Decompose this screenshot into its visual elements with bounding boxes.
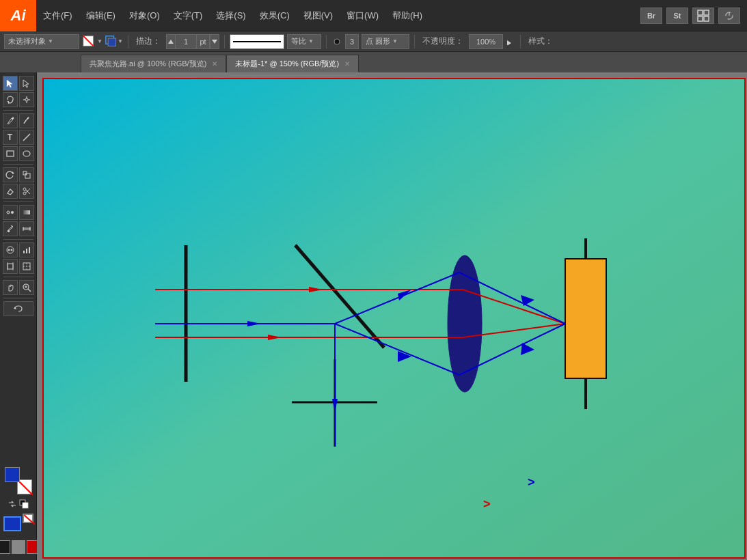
eraser-tool-button[interactable] <box>3 184 18 199</box>
svg-line-65 <box>295 245 384 348</box>
stroke-color-swatch[interactable]: ▼ <box>82 34 103 49</box>
graph-tool-button[interactable] <box>19 242 34 257</box>
select-tool-button[interactable] <box>3 76 18 91</box>
canvas-area[interactable]: > > <box>37 72 747 560</box>
fill-blue-box[interactable] <box>3 516 21 531</box>
gray-swatch[interactable] <box>12 540 25 554</box>
default-colors-icon[interactable] <box>19 499 29 509</box>
menu-object[interactable]: 对象(O) <box>122 0 167 31</box>
direct-select-tool-button[interactable] <box>19 76 34 91</box>
fill-swatch[interactable] <box>5 467 20 482</box>
zoom-tool-button[interactable] <box>19 280 34 295</box>
menu-type[interactable]: 文字(T) <box>167 0 210 31</box>
svg-marker-27 <box>12 171 14 174</box>
menu-help[interactable]: 帮助(H) <box>385 0 429 31</box>
rect-tool-button[interactable] <box>3 146 18 161</box>
dropdown-arrow-icon: ▼ <box>48 38 53 44</box>
artboard-tools-row <box>3 259 34 274</box>
type-tool-button[interactable]: T <box>3 130 18 145</box>
svg-rect-37 <box>23 210 30 214</box>
svg-line-16 <box>8 101 9 104</box>
pen-tool-button[interactable] <box>3 113 18 128</box>
workspace-grid-button[interactable] <box>692 8 714 24</box>
measure-tool-button[interactable] <box>19 221 34 236</box>
stroke-ratio-dropdown[interactable]: 等比 ▼ <box>287 34 321 49</box>
black-swatch[interactable] <box>0 540 10 554</box>
fill-color-swatch[interactable]: ▼ <box>105 34 123 49</box>
swap-colors-icon[interactable] <box>8 499 17 509</box>
scale-tool-button[interactable] <box>19 167 34 182</box>
symbol-tool-button[interactable] <box>3 242 18 257</box>
svg-point-36 <box>11 211 14 214</box>
stroke-none-box[interactable] <box>23 514 33 523</box>
menu-edit[interactable]: 编辑(E) <box>79 0 122 31</box>
shape-tools-row <box>3 146 34 161</box>
no-selection-dropdown[interactable]: 未选择对象 ▼ <box>4 34 79 49</box>
opacity-label: 不透明度： <box>420 36 466 47</box>
style-label: 样式： <box>526 36 556 47</box>
menu-window[interactable]: 窗口(W) <box>340 0 385 31</box>
tab-untitled[interactable]: 未标题-1* @ 150% (RGB/预览) ✕ <box>226 55 359 72</box>
hand-tool-button[interactable] <box>3 280 18 295</box>
sep3 <box>326 35 327 48</box>
bridge-button[interactable]: Br <box>640 8 662 24</box>
dot-size-value[interactable]: 3 <box>345 34 359 49</box>
svg-marker-80 <box>332 399 338 412</box>
svg-point-31 <box>23 188 26 191</box>
eyedropper-tool-button[interactable] <box>3 221 18 236</box>
svg-rect-39 <box>23 228 30 229</box>
tab-untitled-close-icon[interactable]: ✕ <box>344 60 350 68</box>
power-button[interactable] <box>718 8 740 24</box>
rotate-tool-button[interactable] <box>3 167 18 182</box>
tab-confocal-label: 共聚焦光路.ai @ 100% (RGB/预览) <box>90 59 206 69</box>
slice-tool-button[interactable] <box>19 259 34 274</box>
tab-confocal[interactable]: 共聚焦光路.ai @ 100% (RGB/预览) ✕ <box>81 55 226 72</box>
no-selection-label: 未选择对象 <box>8 36 46 46</box>
stroke-dropdown-icon[interactable] <box>210 34 219 49</box>
menu-file[interactable]: 文件(F) <box>36 0 79 31</box>
menu-view[interactable]: 视图(V) <box>297 0 340 31</box>
dot-shape-dropdown[interactable]: 点 圆形 ▼ <box>362 34 409 49</box>
blend-tool-button[interactable] <box>3 205 18 220</box>
brush-tool-button[interactable] <box>19 113 34 128</box>
tool-sep-3 <box>3 201 33 202</box>
artboard-tool-button[interactable] <box>3 259 18 274</box>
svg-marker-72 <box>309 287 323 292</box>
type-tools-row: T <box>3 130 34 145</box>
sep4 <box>414 35 415 48</box>
stock-button[interactable]: St <box>666 8 688 24</box>
type-icon: T <box>8 132 12 142</box>
opacity-value[interactable]: 100% <box>469 34 503 49</box>
gradient-tool-button[interactable] <box>19 205 34 220</box>
stroke-size-value[interactable]: 1 <box>176 34 196 49</box>
scissors-tool-button[interactable] <box>19 184 34 199</box>
stroke-up-icon[interactable] <box>166 34 176 49</box>
stroke-label: 描边： <box>133 36 163 47</box>
main-area: T <box>0 72 747 560</box>
opacity-more-icon[interactable] <box>506 34 515 49</box>
stroke-ratio-label: 等比 <box>291 36 306 46</box>
svg-line-81 <box>335 272 459 324</box>
svg-point-21 <box>25 98 28 101</box>
svg-rect-48 <box>8 264 13 269</box>
menu-select[interactable]: 选择(S) <box>209 0 252 31</box>
sep5 <box>520 35 521 48</box>
undo-layout-button[interactable] <box>3 301 33 316</box>
lasso-tool-button[interactable] <box>3 92 18 107</box>
tab-confocal-close-icon[interactable]: ✕ <box>212 60 217 68</box>
menubar: Ai 文件(F) 编辑(E) 对象(O) 文字(T) 选择(S) 效果(C) 视… <box>0 0 747 31</box>
svg-line-24 <box>23 134 30 141</box>
svg-marker-11 <box>212 40 217 44</box>
color-area <box>0 464 37 535</box>
eraser-tools-row <box>3 184 34 199</box>
toolbar: 未选择对象 ▼ ▼ ▼ 描边： 1 pt 等比 ▼ <box>0 31 747 52</box>
line-tool-button[interactable] <box>19 130 34 145</box>
menu-effect[interactable]: 效果(C) <box>253 0 297 31</box>
svg-point-26 <box>23 151 30 156</box>
stroke-line <box>233 41 281 42</box>
drawing-svg: > > <box>42 78 746 559</box>
svg-text:>: > <box>483 497 491 511</box>
magic-wand-tool-button[interactable] <box>19 92 34 107</box>
lasso-tools-row <box>3 92 34 107</box>
ellipse-tool-button[interactable] <box>19 146 34 161</box>
